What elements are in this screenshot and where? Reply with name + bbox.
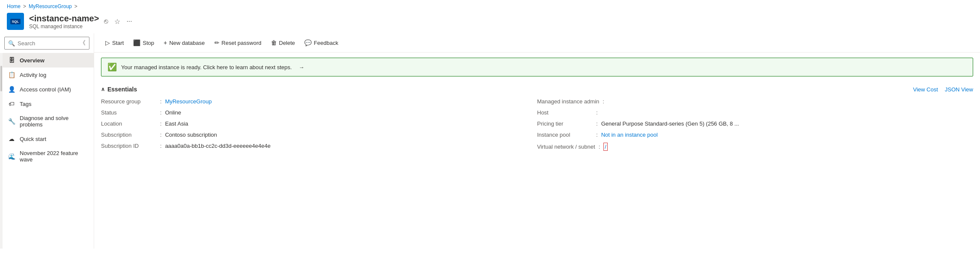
field-sep: : [160, 98, 162, 105]
breadcrumb-sep2: > [74, 3, 77, 9]
stop-button[interactable]: ⬛Stop [129, 37, 158, 49]
star-icon[interactable]: ☆ [114, 18, 120, 26]
field-value: Online [165, 109, 181, 116]
view-cost-link[interactable]: View Cost [913, 86, 938, 93]
sidebar: 🔍 《 🗄 Overview 📋 Activity log 👤 Access c… [0, 33, 94, 249]
more-icon[interactable]: ··· [126, 18, 132, 25]
reset-password-label: Reset password [222, 40, 261, 46]
header-icons: ⎋ ☆ ··· [104, 18, 132, 26]
feedback-icon: 💬 [304, 39, 312, 46]
search-icon: 🔍 [8, 40, 15, 47]
sidebar-item-activity-log[interactable]: 📋 Activity log [3, 67, 94, 82]
reset-password-button[interactable]: ✏Reset password [210, 37, 266, 49]
field-sep: : [160, 143, 162, 149]
nav-label-overview: Overview [20, 57, 45, 64]
field-value: General Purpose Standard-series (Gen 5) … [601, 120, 739, 127]
breadcrumb-resource-group[interactable]: MyResourceGroup [29, 3, 72, 9]
banner-text: Your managed instance is ready. Click he… [121, 64, 292, 70]
essentials-row: Subscription ID : aaaa0a0a-bb1b-cc2c-dd3… [101, 141, 537, 152]
sidebar-item-november-wave[interactable]: 🌊 November 2022 feature wave [3, 146, 94, 167]
page-header: SQL <instance-name> SQL managed instance… [0, 11, 980, 33]
essentials-row: Pricing tier : General Purpose Standard-… [537, 118, 973, 129]
field-label: Host [537, 109, 593, 116]
field-label: Status [101, 109, 157, 116]
sidebar-item-diagnose[interactable]: 🔧 Diagnose and solve problems [3, 111, 94, 132]
delete-button[interactable]: 🗑Delete [267, 37, 300, 49]
nav-icon-overview: 🗄 [8, 57, 15, 64]
sidebar-item-tags[interactable]: 🏷 Tags [3, 97, 94, 111]
essentials-row: Location : East Asia [101, 118, 537, 129]
essentials-collapse-icon[interactable]: ∧ [101, 86, 105, 92]
nav-label-activity-log: Activity log [20, 72, 46, 78]
page-title: <instance-name> [29, 14, 99, 23]
field-value: East Asia [165, 120, 188, 127]
field-sep: : [596, 132, 598, 138]
start-icon: ▷ [105, 39, 110, 46]
pin-icon[interactable]: ⎋ [104, 18, 108, 25]
field-link-instance-pool[interactable]: Not in an instance pool [601, 132, 658, 138]
search-input[interactable] [18, 40, 77, 47]
nav-label-november-wave: November 2022 feature wave [20, 150, 89, 163]
nav-label-access-control: Access control (IAM) [20, 86, 71, 93]
delete-label: Delete [279, 40, 295, 46]
sidebar-item-overview[interactable]: 🗄 Overview [3, 53, 94, 67]
breadcrumb-home[interactable]: Home [7, 3, 21, 9]
scrollbar-thumb [0, 66, 2, 91]
essentials-row: Resource group : MyResourceGroup [101, 96, 537, 107]
json-view-link[interactable]: JSON View [945, 86, 973, 93]
new-database-icon: + [163, 39, 167, 46]
search-box: 🔍 《 [4, 37, 89, 50]
check-icon: ✅ [107, 62, 117, 72]
field-label: Resource group [101, 98, 157, 105]
field-sep: : [160, 132, 162, 138]
title-block: <instance-name> SQL managed instance [29, 14, 99, 29]
field-label: Subscription ID [101, 143, 157, 149]
field-label: Virtual network / subnet [537, 144, 595, 150]
collapse-sidebar-button[interactable]: 《 [80, 39, 86, 47]
essentials-row: Virtual network / subnet : / [537, 141, 973, 153]
start-button[interactable]: ▷Start [101, 37, 128, 49]
sql-icon: SQL [7, 13, 24, 30]
field-sep: : [596, 109, 598, 116]
field-label: Subscription [101, 132, 157, 138]
field-sep: : [599, 144, 600, 150]
main-layout: 🔍 《 🗄 Overview 📋 Activity log 👤 Access c… [0, 33, 980, 249]
content-area: ▷Start⬛Stop+New database✏Reset password🗑… [94, 33, 980, 249]
nav-icon-diagnose: 🔧 [8, 118, 15, 125]
nav-icon-activity-log: 📋 [8, 71, 15, 78]
essentials-row: Managed instance admin : [537, 96, 973, 107]
sidebar-scrollbar [0, 53, 3, 249]
sidebar-scroll-area: 🗄 Overview 📋 Activity log 👤 Access contr… [0, 53, 94, 249]
essentials-row: Status : Online [101, 107, 537, 118]
stop-label: Stop [143, 40, 154, 46]
ready-banner[interactable]: ✅ Your managed instance is ready. Click … [101, 58, 973, 76]
essentials-header: ∧ Essentials View Cost JSON View [94, 82, 980, 96]
feedback-label: Feedback [314, 40, 338, 46]
nav-label-diagnose: Diagnose and solve problems [20, 115, 89, 128]
sidebar-item-access-control[interactable]: 👤 Access control (IAM) [3, 82, 94, 97]
essentials-row: Subscription : Contoso subscription [101, 129, 537, 141]
delete-icon: 🗑 [271, 39, 277, 46]
field-label: Managed instance admin [537, 98, 599, 105]
essentials-row: Instance pool : Not in an instance pool [537, 129, 973, 141]
breadcrumb-sep1: > [23, 3, 26, 9]
start-label: Start [112, 40, 124, 46]
field-link-resource-group[interactable]: MyResourceGroup [165, 98, 212, 105]
nav-icon-access-control: 👤 [8, 86, 15, 93]
field-sep: : [603, 98, 604, 105]
feedback-button[interactable]: 💬Feedback [300, 37, 342, 49]
banner-arrow: → [299, 64, 304, 70]
nav-icon-quick-start: ☁ [8, 135, 15, 142]
sidebar-nav: 🗄 Overview 📋 Activity log 👤 Access contr… [3, 53, 94, 249]
field-label: Location [101, 120, 157, 127]
field-sep: : [160, 109, 162, 116]
virtual-network-link[interactable]: / [603, 143, 608, 151]
essentials-grid: Resource group : MyResourceGroup Status … [94, 96, 980, 158]
sidebar-item-quick-start[interactable]: ☁ Quick start [3, 132, 94, 146]
page-subtitle: SQL managed instance [29, 23, 99, 29]
field-label: Instance pool [537, 132, 593, 138]
essentials-col-left: Resource group : MyResourceGroup Status … [101, 96, 537, 153]
new-database-button[interactable]: +New database [159, 37, 209, 49]
nav-icon-november-wave: 🌊 [8, 153, 15, 160]
field-value: aaaa0a0a-bb1b-cc2c-dd3d-eeeeee4e4e4e [165, 143, 271, 149]
